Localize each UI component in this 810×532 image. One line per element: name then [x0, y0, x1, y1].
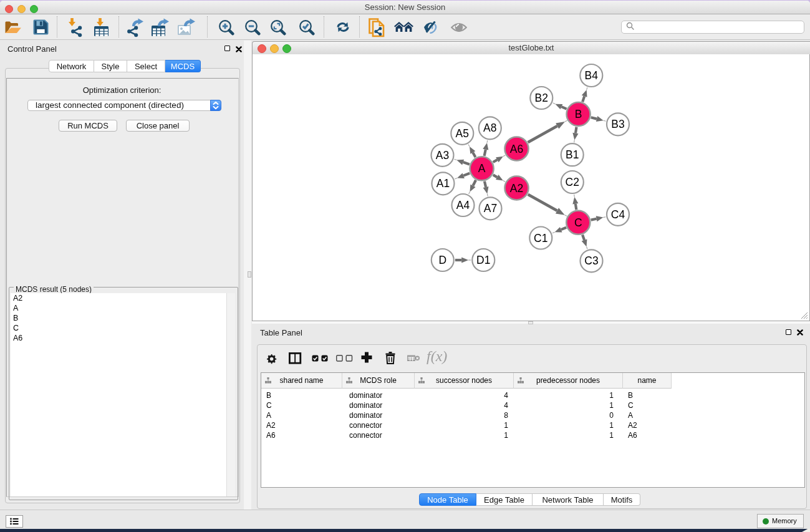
svg-text:A1: A1: [436, 177, 450, 190]
svg-text:D1: D1: [476, 254, 490, 266]
svg-text:A6: A6: [510, 143, 523, 155]
svg-text:D: D: [438, 254, 446, 266]
svg-text:B3: B3: [611, 118, 624, 130]
svg-text:C2: C2: [566, 176, 579, 188]
svg-text:A5: A5: [456, 127, 469, 140]
svg-text:B2: B2: [535, 92, 548, 104]
svg-text:B1: B1: [566, 148, 579, 161]
svg-text:A: A: [478, 162, 486, 175]
svg-text:C: C: [574, 216, 582, 229]
svg-text:C4: C4: [611, 208, 625, 221]
svg-text:A4: A4: [456, 199, 470, 211]
svg-text:A7: A7: [484, 202, 497, 215]
svg-text:A3: A3: [436, 149, 449, 162]
svg-text:B: B: [575, 108, 582, 120]
svg-text:B4: B4: [585, 69, 599, 82]
svg-text:A8: A8: [483, 122, 496, 134]
svg-text:C3: C3: [584, 254, 598, 267]
svg-text:A2: A2: [510, 182, 523, 195]
svg-text:C1: C1: [534, 232, 547, 244]
